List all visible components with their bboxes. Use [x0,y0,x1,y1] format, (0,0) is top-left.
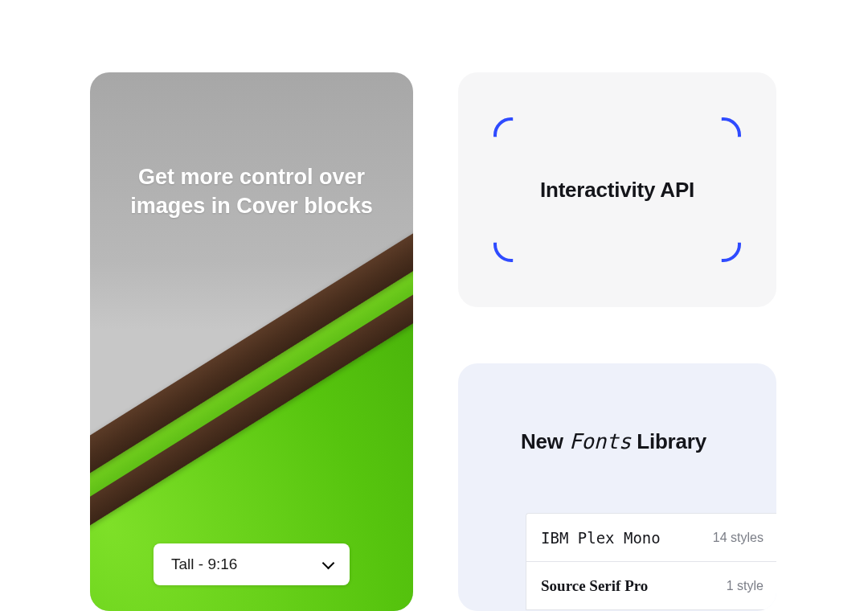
focus-corner-icon [493,117,529,153]
fonts-library-title: New Fonts Library [521,429,706,454]
interactivity-api-title: Interactivity API [458,178,776,203]
font-style-count: 1 style [727,579,764,593]
cover-block-card: Get more control over images in Cover bl… [90,72,413,611]
font-list: IBM Plex Mono 14 styles Source Serif Pro… [526,513,776,610]
font-name: Source Serif Pro [541,577,648,595]
fonts-title-italic: Fonts [569,429,631,453]
fonts-title-prefix: New [521,429,569,453]
focus-corner-icon [706,227,741,262]
interactivity-api-card: Interactivity API [458,72,776,307]
font-list-item[interactable]: IBM Plex Mono 14 styles [526,514,776,562]
font-list-item[interactable]: Source Serif Pro 1 style [526,562,776,610]
cover-block-heading: Get more control over images in Cover bl… [90,162,413,221]
fonts-title-suffix: Library [631,429,706,453]
focus-corner-icon [493,227,529,262]
chevron-down-icon [322,559,334,570]
fonts-library-card: New Fonts Library IBM Plex Mono 14 style… [458,363,776,611]
aspect-ratio-select[interactable]: Tall - 9:16 [154,543,350,585]
font-name: IBM Plex Mono [541,529,661,547]
font-style-count: 14 styles [713,531,764,545]
focus-corner-icon [706,117,741,153]
feature-cards-stage: Get more control over images in Cover bl… [0,0,868,611]
aspect-ratio-value: Tall - 9:16 [171,556,237,573]
